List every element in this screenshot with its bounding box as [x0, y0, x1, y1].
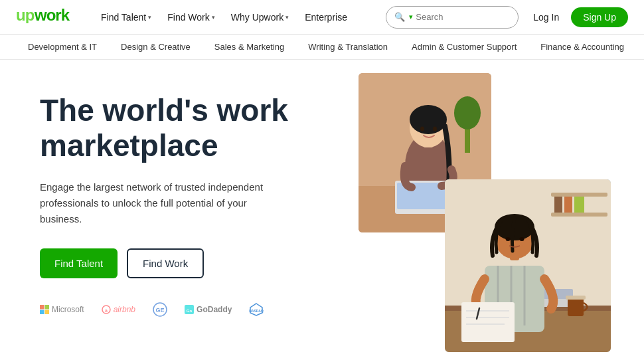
nav-links: Find Talent ▾ Find Work ▾ Why Upwork ▾ E…	[94, 8, 386, 27]
svg-point-44	[506, 237, 511, 241]
hero-find-talent-button[interactable]: Find Talent	[40, 248, 118, 278]
svg-point-20	[410, 105, 447, 134]
svg-rect-30	[554, 197, 562, 213]
godaddy-logo: Go GoDaddy	[185, 305, 232, 314]
search-input[interactable]	[416, 12, 509, 22]
hero-images	[352, 73, 631, 352]
chevron-down-icon: ▾	[148, 14, 151, 21]
hero-content: The world's work marketplace Engage the …	[40, 86, 345, 346]
subnav-item-sales[interactable]: Sales & Marketing	[202, 35, 297, 60]
hero-section: The world's work marketplace Engage the …	[0, 60, 644, 362]
svg-text:up: up	[16, 6, 35, 23]
nav-find-work[interactable]: Find Work ▾	[161, 8, 222, 27]
hero-buttons: Find Talent Find Work	[40, 248, 345, 278]
signup-button[interactable]: Sign Up	[571, 7, 628, 27]
subnav-item-finance[interactable]: Finance & Accounting	[528, 35, 636, 60]
ge-logo: GE	[153, 302, 167, 317]
hero-find-work-button[interactable]: Find Work	[127, 248, 204, 278]
hero-title: The world's work marketplace	[40, 93, 345, 163]
svg-text:a: a	[105, 308, 108, 312]
svg-rect-31	[564, 197, 572, 213]
svg-point-26	[454, 96, 481, 130]
chevron-down-icon: ▾	[212, 14, 215, 21]
svg-rect-32	[574, 197, 584, 213]
sub-nav: Development & IT Design & Creative Sales…	[0, 35, 644, 60]
svg-text:GE: GE	[156, 307, 165, 314]
search-icon: 🔍	[394, 12, 405, 22]
svg-text:work: work	[34, 6, 70, 23]
nav-enterprise[interactable]: Enterprise	[298, 8, 354, 27]
search-bar[interactable]: 🔍 ▾	[386, 6, 519, 29]
svg-rect-46	[461, 302, 515, 342]
hero-subtitle: Engage the largest network of trusted in…	[40, 179, 266, 227]
logo[interactable]: up work	[16, 6, 76, 28]
navbar: up work Find Talent ▾ Find Work ▾ Why Up…	[0, 0, 644, 35]
svg-rect-52	[566, 296, 586, 300]
svg-rect-28	[551, 193, 607, 197]
nav-find-talent[interactable]: Find Talent ▾	[94, 8, 158, 27]
subnav-item-writing[interactable]: Writing & Translation	[296, 35, 400, 60]
nasdaq-logo: NASDAQ	[249, 302, 264, 317]
subnav-item-design[interactable]: Design & Creative	[109, 35, 202, 60]
svg-rect-5	[45, 310, 50, 314]
login-button[interactable]: Log In	[526, 8, 566, 27]
chevron-down-icon: ▾	[285, 14, 289, 21]
trust-logos: Microsoft a airbnb GE	[40, 302, 345, 317]
svg-point-22	[433, 127, 437, 132]
search-dropdown-icon: ▾	[409, 13, 413, 21]
svg-rect-51	[568, 298, 584, 316]
nav-why-upwork[interactable]: Why Upwork ▾	[224, 8, 295, 27]
microsoft-logo: Microsoft	[40, 305, 84, 314]
svg-rect-29	[551, 213, 607, 217]
subnav-item-dev[interactable]: Development & IT	[16, 35, 109, 60]
svg-point-21	[420, 127, 424, 132]
auth-links: Log In Sign Up	[526, 7, 628, 27]
svg-text:Go: Go	[187, 308, 193, 312]
svg-text:NASDAQ: NASDAQ	[250, 308, 264, 312]
airbnb-logo: a airbnb	[102, 305, 135, 314]
svg-point-45	[520, 237, 524, 241]
svg-rect-3	[45, 305, 50, 310]
svg-rect-2	[40, 305, 44, 310]
hero-image-man	[445, 179, 611, 352]
subnav-item-admin[interactable]: Admin & Customer Support	[400, 35, 528, 60]
svg-rect-4	[40, 310, 44, 314]
logo-text: up work	[16, 7, 76, 27]
